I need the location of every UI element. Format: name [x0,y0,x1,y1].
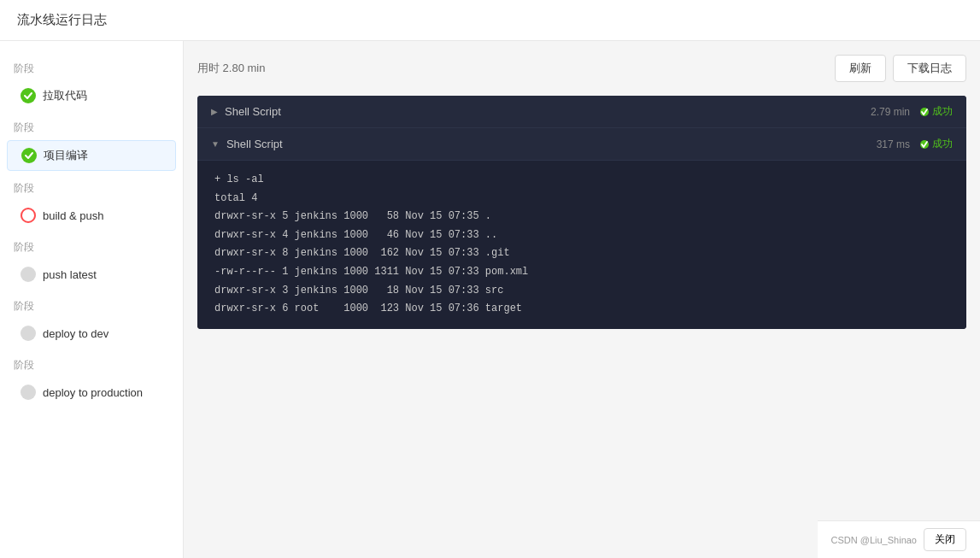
stage-icon-pending [21,326,36,341]
stage-name: 项目编译 [44,148,88,163]
sidebar: 阶段拉取代码阶段项目编译阶段build & push阶段push latest阶… [0,41,184,558]
stage-item-2-0[interactable]: build & push [7,201,176,230]
close-button[interactable]: 关闭 [924,528,966,551]
stage-item-4-0[interactable]: deploy to dev [7,319,176,348]
stage-name: deploy to dev [43,327,109,340]
footer-bar: CSDN @Liu_Shinao 关闭 [818,520,980,558]
log-section-right-1: 317 ms成功 [877,137,953,151]
stage-name: push latest [43,268,97,281]
page-title: 流水线运行日志 [17,12,107,28]
content-area: 用时 2.80 min 刷新 下载日志 ▶Shell Script2.79 mi… [184,41,980,558]
stage-name: build & push [43,209,104,222]
log-line: drwxr-sr-x 4 jenkins 1000 46 Nov 15 07:3… [214,226,949,245]
stage-label-4: 阶段 [0,292,183,317]
stage-group-4: 阶段deploy to dev [0,292,183,348]
duration-text: 用时 2.80 min [197,61,265,76]
log-section-0: ▶Shell Script2.79 min成功 [197,96,966,128]
stage-name: deploy to production [43,386,143,399]
stage-group-1: 阶段项目编译 [0,114,183,171]
stage-item-5-0[interactable]: deploy to production [7,378,176,407]
log-container: ▶Shell Script2.79 min成功▼Shell Script317 … [197,96,966,329]
main-layout: 阶段拉取代码阶段项目编译阶段build & push阶段push latest阶… [0,41,980,558]
stage-label-3: 阶段 [0,233,183,258]
stage-label-1: 阶段 [0,114,183,138]
stage-icon-pending [21,267,36,282]
download-button[interactable]: 下载日志 [893,55,966,82]
status-dot-1 [920,140,929,149]
log-line: + ls -al [214,171,949,190]
stage-item-0-0[interactable]: 拉取代码 [7,81,176,110]
log-section-right-0: 2.79 min成功 [871,104,953,119]
stage-icon-error [21,208,36,223]
log-section-title-1: ▼Shell Script [211,138,283,150]
stage-group-3: 阶段push latest [0,233,183,289]
chevron-down-icon: ▼ [211,139,220,149]
status-text-0: 成功 [932,104,953,119]
status-dot-0 [920,108,929,116]
stage-item-1-0[interactable]: 项目编译 [7,140,176,171]
status-text-1: 成功 [932,137,953,151]
status-badge-0: 成功 [920,104,953,119]
log-line: drwxr-sr-x 6 root 1000 123 Nov 15 07:36 … [214,300,949,319]
chevron-right-icon: ▶ [211,107,218,116]
stage-label-5: 阶段 [0,351,183,376]
stage-group-2: 阶段build & push [0,174,183,230]
status-badge-1: 成功 [920,137,953,151]
refresh-button[interactable]: 刷新 [835,55,886,82]
log-time-0: 2.79 min [871,106,910,118]
watermark: CSDN @Liu_Shinao [831,535,917,545]
stage-label-0: 阶段 [0,55,183,79]
log-time-1: 317 ms [877,138,910,150]
log-line: drwxr-sr-x 5 jenkins 1000 58 Nov 15 07:3… [214,208,949,226]
log-line: drwxr-sr-x 8 jenkins 1000 162 Nov 15 07:… [214,244,949,263]
stage-label-2: 阶段 [0,174,183,199]
stage-icon-pending [21,385,36,400]
log-section-title-0: ▶Shell Script [211,105,281,118]
log-line: total 4 [214,190,949,209]
stage-group-0: 阶段拉取代码 [0,55,183,110]
log-line: drwxr-sr-x 3 jenkins 1000 18 Nov 15 07:3… [214,282,949,301]
log-section-1: ▼Shell Script317 ms成功+ ls -altotal 4drwx… [197,128,966,329]
stage-group-5: 阶段deploy to production [0,351,183,407]
page-header: 流水线运行日志 [0,0,980,41]
log-line: -rw-r--r-- 1 jenkins 1000 1311 Nov 15 07… [214,263,949,282]
stage-icon-success [21,88,36,103]
content-header: 用时 2.80 min 刷新 下载日志 [197,55,966,82]
log-section-header-1[interactable]: ▼Shell Script317 ms成功 [197,128,966,161]
section-title-text: Shell Script [226,138,283,150]
section-title-text: Shell Script [225,105,281,118]
stage-icon-success [21,148,37,163]
btn-group: 刷新 下载日志 [835,55,966,82]
stage-item-3-0[interactable]: push latest [7,260,176,289]
log-section-header-0[interactable]: ▶Shell Script2.79 min成功 [197,96,966,128]
log-body-1: + ls -altotal 4drwxr-sr-x 5 jenkins 1000… [197,161,966,329]
stage-name: 拉取代码 [43,88,87,103]
